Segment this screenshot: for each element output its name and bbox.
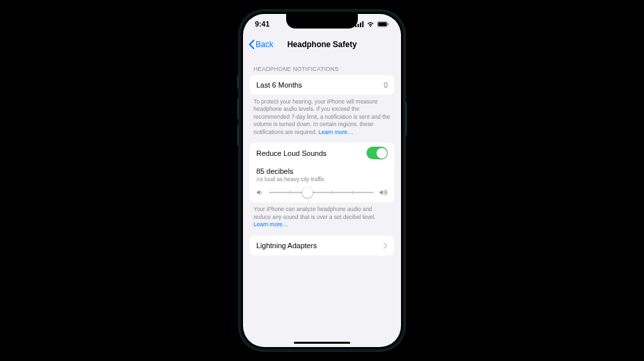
chevron-left-icon (248, 40, 255, 49)
chevron-right-icon (383, 242, 388, 249)
status-time: 9:41 (255, 20, 270, 28)
section-footer-notifications: To protect your hearing, your iPhone wil… (250, 95, 394, 140)
slider-thumb[interactable] (302, 187, 313, 198)
cell-group-adapters: Lightning Adapters (250, 236, 394, 255)
home-indicator[interactable] (294, 342, 351, 344)
back-button[interactable]: Back (248, 40, 274, 49)
notch (286, 14, 358, 29)
decibel-description: As loud as heavy city traffic (256, 176, 388, 182)
reduce-loud-sounds-toggle[interactable] (366, 147, 388, 159)
volume-high-icon (379, 189, 388, 196)
phone-frame: 9:41 Bac (238, 9, 406, 352)
cell-group-notifications: Last 6 Months 0 (250, 75, 394, 95)
row-lightning-adapters[interactable]: Lightning Adapters (250, 236, 394, 255)
decibel-label: 85 decibels (256, 167, 388, 175)
row-last-6-months[interactable]: Last 6 Months 0 (250, 75, 394, 95)
learn-more-link[interactable]: Learn more… (254, 221, 288, 228)
svg-rect-3 (362, 21, 364, 27)
footer-text: Your iPhone can analyze headphone audio … (254, 206, 376, 220)
nav-bar: Back Headphone Safety (243, 34, 401, 55)
phone-side-button (406, 102, 407, 135)
battery-icon (377, 21, 389, 27)
volume-low-icon (256, 189, 264, 196)
row-label: Reduce Loud Sounds (256, 149, 327, 157)
phone-side-button (237, 98, 238, 119)
phone-side-button (237, 76, 238, 89)
svg-rect-5 (378, 22, 387, 26)
row-reduce-loud-sounds: Reduce Loud Sounds (250, 143, 394, 163)
row-label: Lightning Adapters (256, 242, 317, 250)
svg-rect-1 (358, 24, 359, 27)
wifi-icon (366, 21, 374, 27)
row-decibel-readout: 85 decibels As loud as heavy city traffi… (250, 163, 394, 184)
row-label: Last 6 Months (256, 81, 302, 89)
decibel-slider[interactable] (269, 192, 374, 193)
cell-group-reduce: Reduce Loud Sounds 85 decibels As loud a… (250, 143, 394, 202)
decibel-slider-row (250, 184, 394, 202)
content: HEADPHONE NOTIFICATIONS Last 6 Months 0 … (243, 55, 401, 255)
learn-more-link[interactable]: Learn more… (319, 129, 353, 135)
back-label: Back (256, 40, 274, 49)
section-header-notifications: HEADPHONE NOTIFICATIONS (250, 59, 394, 75)
toggle-knob (376, 148, 387, 159)
screen: 9:41 Bac (243, 14, 401, 347)
section-footer-reduce: Your iPhone can analyze headphone audio … (250, 202, 394, 232)
svg-rect-2 (360, 23, 361, 27)
svg-rect-6 (388, 23, 388, 25)
row-value: 0 (384, 81, 388, 89)
phone-side-button (237, 125, 238, 146)
